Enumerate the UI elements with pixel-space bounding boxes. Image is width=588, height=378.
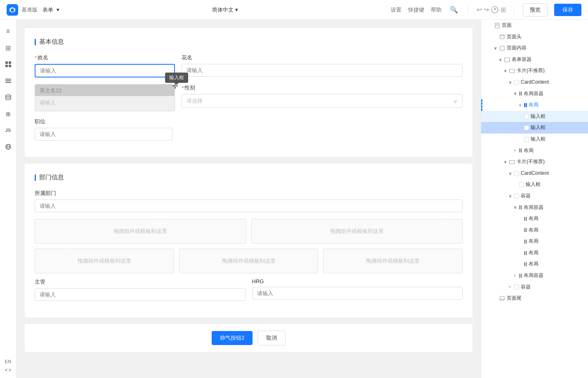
drop-zone-3[interactable]: 拖拽组件或模板到这里	[35, 249, 174, 273]
drop-zone-5[interactable]: 拖拽组件或模板到这里	[323, 249, 463, 273]
language-selector[interactable]: 简体中文 ▾	[212, 6, 238, 14]
base-version[interactable]: 基准版	[21, 6, 38, 14]
tree-page-footer[interactable]: 页面尾	[481, 293, 588, 304]
tree-layout-container-2[interactable]: ∨ 布局容器	[481, 202, 588, 214]
tree-card-content-2[interactable]: ∨ CardContent	[481, 168, 588, 179]
checkbox-input-4	[519, 182, 524, 187]
checkbox-container-3	[514, 284, 519, 289]
field-dept: 所属部门	[35, 190, 463, 212]
language-label[interactable]: EN	[5, 359, 11, 364]
topbar-center: 简体中文 ▾	[63, 6, 387, 14]
tree-layout-3[interactable]: 布局	[481, 213, 588, 225]
tree-card-2[interactable]: ∨ 卡片(不推荐)	[481, 156, 588, 168]
expand-icon: ›	[512, 147, 517, 154]
api-icon[interactable]: ⊕	[2, 107, 15, 120]
tree-layout-5[interactable]: 布局	[481, 236, 588, 247]
supervisor-input[interactable]	[35, 288, 246, 301]
tree-page-header[interactable]: 页面头	[481, 31, 588, 43]
help-btn[interactable]: 帮助	[431, 6, 442, 14]
tree-input-1[interactable]: 输入框	[481, 111, 588, 122]
tree-card-content-1[interactable]: ∨ CardContent	[481, 77, 588, 88]
cancel-button[interactable]: 取消	[257, 331, 286, 345]
tree-layout-7[interactable]: 布局	[481, 258, 588, 270]
tree-layout-1[interactable]: ∨ 布局	[481, 99, 588, 111]
js-icon[interactable]: JS	[2, 124, 15, 137]
hrg-input[interactable]	[252, 287, 463, 300]
left-arrow[interactable]: <	[5, 367, 7, 373]
layout-icon-2	[519, 148, 522, 153]
tree-layout-container-2-label: 布局容器	[524, 203, 543, 212]
gender-select[interactable]: 请选择 ∨	[182, 94, 463, 108]
grid-btn[interactable]: ⊞	[501, 6, 506, 14]
table-link[interactable]: 表单 ▾	[43, 6, 59, 14]
checkbox-input-1	[524, 114, 529, 119]
right-arrow[interactable]: >	[9, 367, 12, 373]
card-icon-1	[509, 68, 515, 74]
tree-container-1[interactable]: ∨ 容器	[481, 190, 588, 202]
tree-input-4[interactable]: 输入框	[481, 179, 588, 190]
expand-icon: ∨	[503, 67, 508, 75]
ghost-label: 英文名22	[35, 85, 175, 96]
flower-input[interactable]	[182, 64, 463, 77]
field-english: 英文名22 请输入	[35, 84, 175, 111]
tree-input-2[interactable]: 输入框	[481, 122, 588, 134]
grid-icon[interactable]: ⊞	[2, 41, 15, 54]
tree-page-content-label: 页面内容	[507, 44, 527, 53]
footer-icon	[499, 296, 505, 301]
redo-btn[interactable]: ↪	[484, 6, 489, 14]
shortcuts-btn[interactable]: 快捷键	[408, 6, 424, 14]
row-supervisor-hrg: 主管 HRG	[35, 278, 463, 301]
tree-page[interactable]: 页面	[481, 20, 588, 31]
undo-redo: ↩ ↪ 🕐 ⊞	[477, 6, 506, 14]
menu-icon[interactable]: ≡	[2, 25, 15, 38]
expand-icon: ›	[512, 272, 517, 279]
preview-button[interactable]: 预览	[523, 3, 548, 16]
tree-layout-container-1[interactable]: ∨ 布局容器	[481, 88, 588, 100]
dept-input[interactable]	[35, 200, 463, 212]
position-input[interactable]	[35, 128, 172, 141]
left-sidebar: ≡ ⊞ ⊕ JS EN < >	[0, 20, 17, 378]
history-btn[interactable]: 🕐	[491, 6, 499, 14]
tree-layout-3-label: 布局	[529, 214, 538, 223]
search-icon[interactable]: 🔍	[448, 4, 460, 16]
drop-zone-4[interactable]: 拖拽组件或模板到这里	[179, 249, 319, 273]
tree-container-3-label: 容器	[521, 283, 531, 292]
tree-container-3[interactable]: › 容器	[481, 282, 588, 293]
name-label: * 姓名	[35, 54, 175, 61]
tree-page-header-label: 页面头	[507, 33, 522, 42]
undo-btn[interactable]: ↩	[477, 6, 482, 14]
save-button[interactable]: 保存	[554, 4, 581, 16]
drop-zone-1[interactable]: 拖拽组件或模板到这里	[35, 219, 246, 244]
field-gender: * 性别 请选择 ∨	[182, 84, 463, 111]
name-input[interactable]	[35, 64, 175, 77]
footer-buttons: 帅气按钮2 取消	[25, 324, 472, 352]
settings-btn[interactable]: 设置	[391, 6, 401, 14]
tree-form-container[interactable]: ∨ 表单容器	[481, 54, 588, 66]
tree-layout-6[interactable]: 布局	[481, 247, 588, 259]
layer-icon[interactable]	[2, 74, 15, 87]
svg-rect-5	[9, 65, 11, 67]
tree-card-1[interactable]: ∨ 卡片(不推荐)	[481, 65, 588, 77]
header-icon	[499, 34, 505, 40]
database-icon[interactable]	[2, 91, 15, 104]
confirm-button[interactable]: 帅气按钮2	[212, 331, 253, 345]
drop-zone-2[interactable]: 拖拽组件或模板到这里	[251, 219, 463, 244]
tree-container-1-label: 容器	[521, 192, 531, 201]
layout-icon-1	[524, 103, 527, 107]
row-dept: 所属部门	[35, 190, 463, 212]
layout-container-icon-2	[519, 205, 522, 209]
svg-rect-4	[5, 65, 8, 67]
tree-input-3[interactable]: 输入框	[481, 134, 588, 145]
tree-page-content[interactable]: ∨ 页面内容	[481, 42, 588, 54]
field-name: * 姓名	[35, 54, 175, 77]
tree-page-footer-label: 页面尾	[507, 294, 522, 303]
svg-rect-22	[500, 296, 504, 301]
tree-layout-4[interactable]: 布局	[481, 225, 588, 236]
tree-layout-2[interactable]: › 布局	[481, 145, 588, 157]
page-icon	[494, 23, 500, 28]
globe-icon[interactable]	[2, 140, 15, 153]
component-icon[interactable]	[2, 58, 15, 71]
svg-rect-20	[510, 69, 515, 73]
tree-container-2[interactable]: › 布局容器	[481, 270, 588, 282]
svg-point-9	[6, 95, 11, 96]
